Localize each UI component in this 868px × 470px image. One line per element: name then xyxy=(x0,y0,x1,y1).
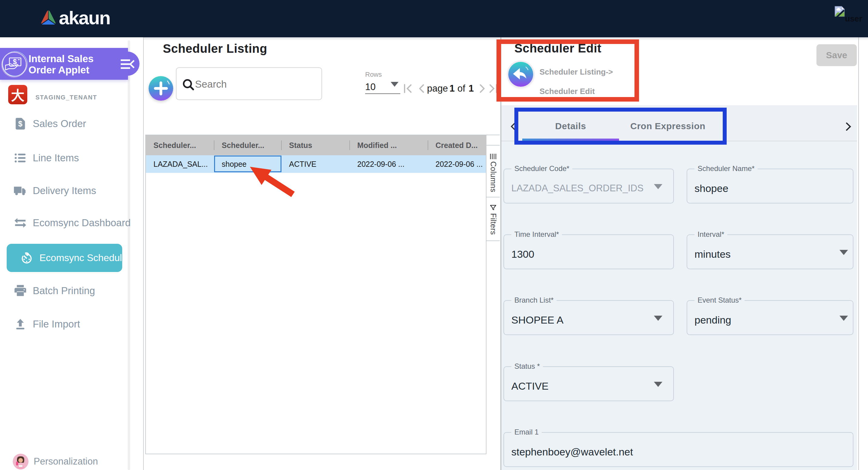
svg-text:$: $ xyxy=(18,120,23,128)
